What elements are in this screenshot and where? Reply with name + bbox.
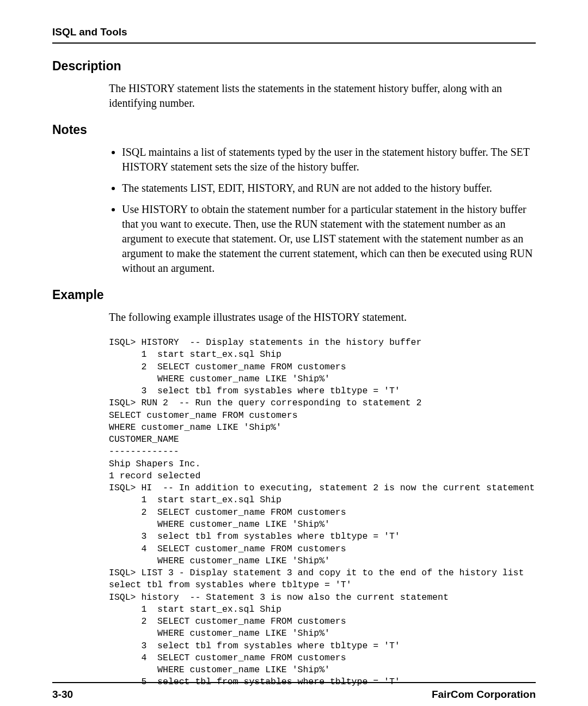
- footer-rule: [52, 682, 536, 683]
- page: ISQL and Tools Description The HISTORY s…: [0, 0, 588, 706]
- notes-list-item: ISQL maintains a list of statements type…: [122, 145, 536, 174]
- description-body: The HISTORY statement lists the statemen…: [109, 81, 536, 111]
- notes-list: ISQL maintains a list of statements type…: [109, 145, 536, 276]
- page-footer: 3-30 FairCom Corporation: [52, 682, 536, 701]
- notes-list-item: The statements LIST, EDIT, HISTORY, and …: [122, 181, 536, 196]
- section-heading-description: Description: [52, 59, 536, 74]
- company-name: FairCom Corporation: [432, 689, 536, 701]
- example-intro: The following example illustrates usage …: [109, 310, 536, 325]
- running-head: ISQL and Tools: [52, 26, 536, 38]
- notes-list-item: Use HISTORY to obtain the statement numb…: [122, 202, 536, 276]
- description-paragraph: The HISTORY statement lists the statemen…: [109, 81, 536, 111]
- section-heading-example: Example: [52, 288, 536, 302]
- notes-body: ISQL maintains a list of statements type…: [109, 145, 536, 276]
- footer-row: 3-30 FairCom Corporation: [52, 689, 536, 701]
- example-body: The following example illustrates usage …: [109, 310, 536, 689]
- section-heading-notes: Notes: [52, 123, 536, 137]
- example-code-block: ISQL> HISTORY -- Display statements in t…: [109, 337, 536, 689]
- header-rule: [52, 42, 536, 44]
- page-number: 3-30: [52, 689, 73, 701]
